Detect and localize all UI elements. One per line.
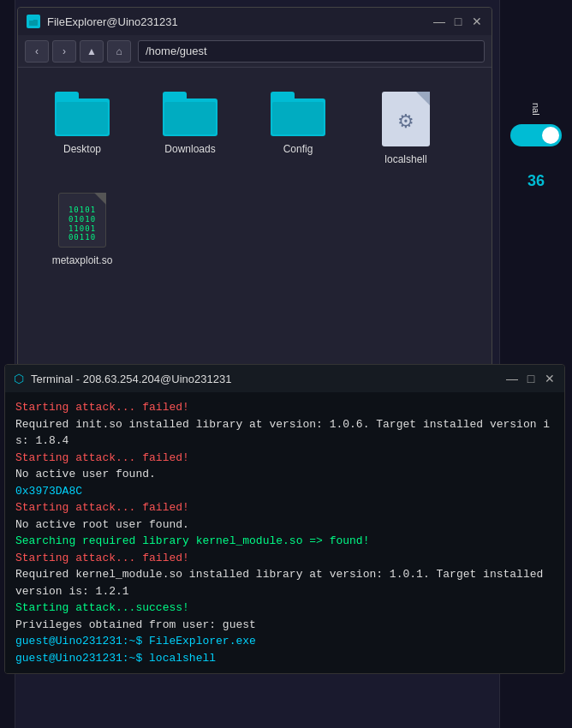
terminal-line-7: Searching required library kernel_module…	[15, 533, 554, 550]
terminal-line-13: guest@Uino231231:~$ localshell	[15, 650, 554, 667]
terminal-line-3: No active user found.	[15, 466, 554, 483]
terminal-controls: — □ ✕	[506, 373, 556, 385]
sidebar-label: nal	[531, 103, 541, 116]
file-area: Desktop Downloads Config	[18, 68, 492, 367]
terminal-line-9: Required kernel_module.so installed libr…	[15, 566, 554, 600]
terminal-maximize-button[interactable]: □	[525, 373, 537, 385]
toggle-knob	[542, 127, 559, 144]
file-explorer-title-bar: FileExplorer@Uino231231 — □ ✕	[18, 8, 492, 35]
file-item-desktop[interactable]: Desktop	[35, 85, 129, 172]
file-label-desktop: Desktop	[63, 143, 101, 155]
folder-icon-downloads	[163, 92, 217, 136]
file-label-metaxploit: metaxploit.so	[52, 254, 113, 266]
file-label-downloads: Downloads	[164, 143, 215, 155]
up-icon: ▲	[86, 45, 97, 57]
terminal-title-left: ⬡ Terminal - 208.63.254.204@Uino231231	[14, 372, 231, 385]
terminal-line-0: Starting attack... failed!	[15, 399, 554, 416]
doc-icon-localshell: ⚙	[382, 92, 430, 146]
folder-icon-desktop	[55, 92, 110, 136]
up-button[interactable]: ▲	[80, 40, 104, 63]
forward-button[interactable]: ›	[52, 40, 76, 63]
file-item-localshell[interactable]: ⚙ localshell	[359, 85, 453, 172]
terminal-title-bar: ⬡ Terminal - 208.63.254.204@Uino231231 —…	[5, 365, 564, 392]
terminal-body: Starting attack... failed!Required init.…	[5, 392, 564, 673]
file-item-metaxploit[interactable]: 10101010101100100110 metaxploit.so	[35, 186, 129, 273]
file-item-config[interactable]: Config	[251, 85, 345, 172]
file-item-downloads[interactable]: Downloads	[143, 85, 237, 172]
terminal-line-6: No active root user found.	[15, 516, 554, 534]
file-label-config: Config	[283, 143, 313, 155]
title-bar-left: FileExplorer@Uino231231	[27, 15, 178, 28]
file-explorer-title: FileExplorer@Uino231231	[47, 15, 178, 28]
minimize-button[interactable]: —	[433, 15, 445, 27]
title-bar-controls: — □ ✕	[433, 15, 483, 27]
terminal-icon: ⬡	[14, 372, 24, 385]
gear-icon: ⚙	[397, 110, 414, 133]
svg-rect-0	[29, 20, 38, 26]
terminal-line-8: Starting attack... failed!	[15, 550, 554, 567]
file-explorer-window: FileExplorer@Uino231231 — □ ✕ ‹ › ▲ ⌂ /h…	[17, 7, 492, 368]
file-label-localshell: localshell	[384, 153, 426, 165]
terminal-line-12: guest@Uino231231:~$ FileExplorer.exe	[15, 633, 554, 650]
terminal-close-button[interactable]: ✕	[544, 373, 556, 385]
terminal-line-5: Starting attack... failed!	[15, 499, 554, 516]
terminal-minimize-button[interactable]: —	[506, 373, 518, 385]
back-button[interactable]: ‹	[25, 40, 49, 63]
file-explorer-icon	[27, 15, 40, 28]
forward-icon: ›	[63, 45, 66, 57]
bin-icon-metaxploit: 10101010101100100110	[58, 193, 106, 248]
binary-text: 10101010101100100110	[69, 206, 96, 242]
back-icon: ‹	[35, 45, 39, 57]
toggle-button[interactable]	[510, 124, 562, 146]
terminal-line-10: Starting attack...success!	[15, 600, 554, 617]
sidebar-number: 36	[527, 172, 545, 190]
terminal-line-4: 0x3973DA8C	[15, 483, 554, 500]
terminal-line-1: Required init.so installed library at ve…	[15, 416, 554, 450]
folder-icon-config	[271, 92, 325, 136]
close-button[interactable]: ✕	[471, 15, 483, 27]
address-bar[interactable]: /home/guest	[138, 40, 485, 63]
maximize-button[interactable]: □	[452, 15, 464, 27]
address-text: /home/guest	[146, 45, 207, 57]
terminal-line-2: Starting attack... failed!	[15, 450, 554, 467]
terminal-window: ⬡ Terminal - 208.63.254.204@Uino231231 —…	[4, 364, 565, 674]
file-explorer-toolbar: ‹ › ▲ ⌂ /home/guest	[18, 35, 492, 68]
home-button[interactable]: ⌂	[107, 40, 131, 63]
svg-rect-1	[29, 17, 33, 21]
home-icon: ⌂	[116, 45, 122, 57]
terminal-line-11: Privileges obtained from user: guest	[15, 617, 554, 634]
terminal-title: Terminal - 208.63.254.204@Uino231231	[31, 373, 231, 385]
